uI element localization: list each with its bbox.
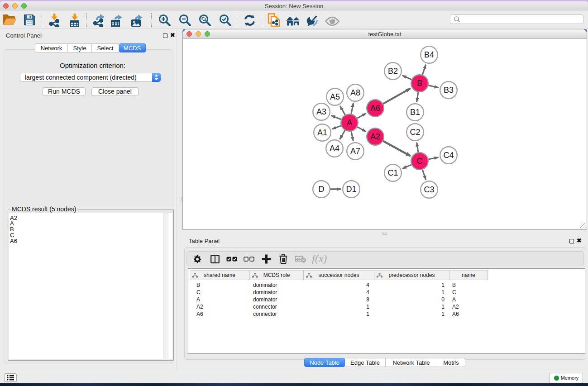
svg-text:D: D [319,185,325,194]
svg-text:D1: D1 [346,185,356,194]
svg-text:A8: A8 [350,88,360,97]
svg-text:A1: A1 [317,128,327,137]
svg-text:A2: A2 [370,132,380,141]
svg-text:C3: C3 [424,185,434,194]
svg-text:C1: C1 [387,168,398,177]
svg-text:B4: B4 [424,50,434,59]
svg-text:A7: A7 [350,147,360,156]
svg-text:A3: A3 [316,107,326,116]
svg-text:A6: A6 [370,104,380,113]
svg-text:B2: B2 [388,67,398,76]
svg-text:B3: B3 [444,86,454,95]
svg-text:C2: C2 [410,128,420,137]
svg-text:B: B [417,79,422,88]
svg-text:A: A [347,118,352,127]
svg-text:A4: A4 [330,144,339,153]
svg-text:C4: C4 [443,151,454,160]
svg-text:B1: B1 [410,108,420,117]
svg-text:C: C [417,157,423,166]
svg-text:A5: A5 [330,92,340,101]
